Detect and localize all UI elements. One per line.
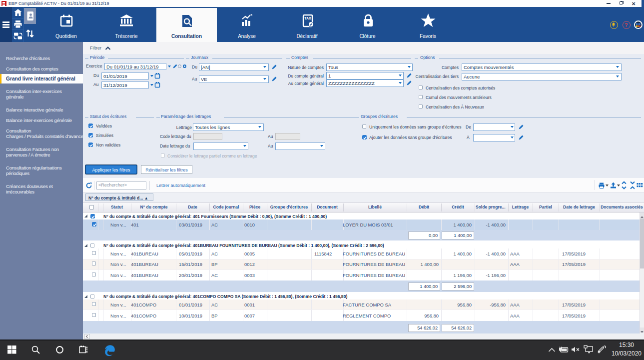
svg-text:TAX: TAX: [304, 16, 311, 20]
